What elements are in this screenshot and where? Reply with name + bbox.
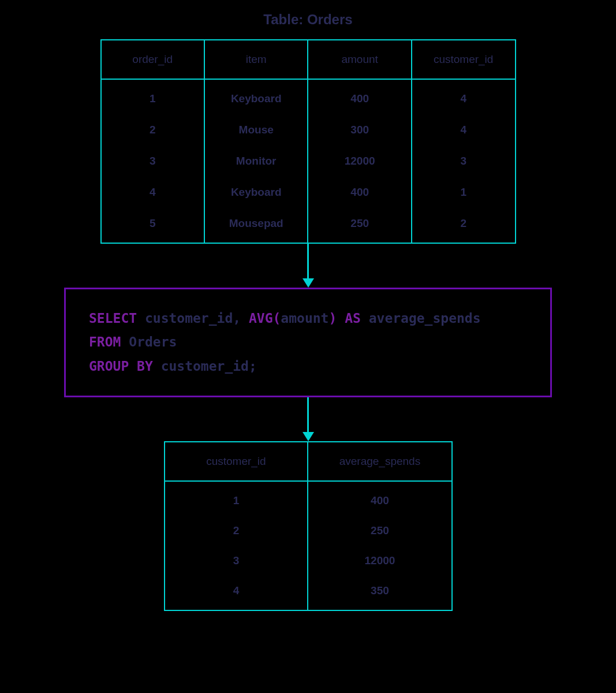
sql-text: Orders [121, 334, 177, 349]
table-row: 4Keyboard4001 [101, 177, 516, 208]
orders-cell: 4 [412, 114, 516, 146]
orders-cell: 2 [101, 114, 204, 146]
table-row: 5Mousepad2502 [101, 208, 516, 243]
keyword-select: SELECT [89, 311, 137, 326]
result-cell: 3 [165, 546, 308, 576]
sql-text: customer_id; [153, 359, 257, 374]
result-header-cell: customer_id [165, 442, 308, 481]
keyword-as: ) AS [328, 311, 360, 326]
table-row: 1400 [165, 481, 452, 516]
result-cell: 2 [165, 516, 308, 546]
result-cell: 1 [165, 481, 308, 516]
orders-cell: Monitor [204, 146, 308, 177]
orders-cell: 3 [101, 146, 204, 177]
keyword-avg: AVG( [249, 311, 281, 326]
sql-text: customer_id, [137, 311, 249, 326]
sql-text: amount [281, 311, 328, 326]
result-header-cell: average_spends [308, 442, 451, 481]
arrow-down-icon [303, 397, 314, 441]
table-row: 4350 [165, 576, 452, 610]
sql-line-3: GROUP BY customer_id; [89, 355, 527, 378]
table-row: 2250 [165, 516, 452, 546]
orders-cell: 400 [308, 177, 411, 208]
orders-table: order_iditemamountcustomer_id 1Keyboard4… [100, 39, 516, 244]
orders-cell: 400 [308, 79, 411, 114]
result-cell: 250 [308, 516, 451, 546]
orders-cell: 2 [412, 208, 516, 243]
result-table: customer_idaverage_spends 14002250312000… [164, 441, 453, 611]
orders-cell: 250 [308, 208, 411, 243]
arrow-down-icon [303, 244, 314, 288]
orders-cell: 300 [308, 114, 411, 146]
result-cell: 350 [308, 576, 451, 610]
result-cell: 12000 [308, 546, 451, 576]
sql-line-1: SELECT customer_id, AVG(amount) AS avera… [89, 307, 527, 330]
table-row: 3Monitor120003 [101, 146, 516, 177]
orders-cell: 4 [412, 79, 516, 114]
table-row: 1Keyboard4004 [101, 79, 516, 114]
orders-cell: 1 [412, 177, 516, 208]
orders-cell: Mousepad [204, 208, 308, 243]
sql-query-box: SELECT customer_id, AVG(amount) AS avera… [64, 288, 552, 397]
orders-cell: 12000 [308, 146, 411, 177]
table-title: Table: Orders [263, 12, 352, 28]
sql-text: average_spends [361, 311, 481, 326]
keyword-groupby: GROUP BY [89, 359, 153, 374]
orders-header-cell: item [204, 40, 308, 79]
orders-cell: 3 [412, 146, 516, 177]
orders-cell: 5 [101, 208, 204, 243]
keyword-from: FROM [89, 334, 121, 349]
orders-header-cell: amount [308, 40, 411, 79]
table-row: 312000 [165, 546, 452, 576]
orders-cell: 4 [101, 177, 204, 208]
sql-line-2: FROM Orders [89, 330, 527, 354]
result-cell: 400 [308, 481, 451, 516]
orders-cell: Keyboard [204, 79, 308, 114]
orders-header-cell: order_id [101, 40, 204, 79]
orders-cell: Keyboard [204, 177, 308, 208]
table-row: 2Mouse3004 [101, 114, 516, 146]
orders-cell: 1 [101, 79, 204, 114]
result-cell: 4 [165, 576, 308, 610]
orders-header-cell: customer_id [412, 40, 516, 79]
orders-cell: Mouse [204, 114, 308, 146]
